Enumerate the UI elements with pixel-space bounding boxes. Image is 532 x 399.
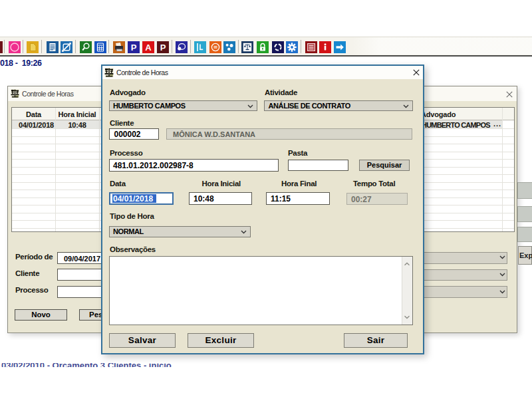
svg-text:P: P (131, 43, 137, 53)
svg-text:P: P (160, 43, 166, 53)
svg-text:A: A (145, 43, 152, 53)
